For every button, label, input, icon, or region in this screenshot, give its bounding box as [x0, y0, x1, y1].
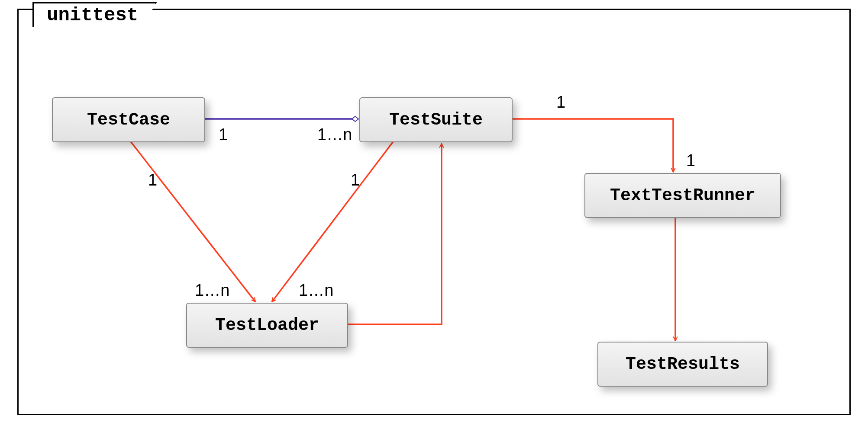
- node-testrunner: TextTestRunner: [584, 173, 781, 218]
- mult-testsuite-testrunner-to: 1: [686, 151, 695, 170]
- node-testresults: TestResults: [597, 342, 768, 387]
- node-testsuite: TestSuite: [359, 97, 513, 142]
- edge-testsuite-testloader: [272, 141, 394, 302]
- mult-testcase-testloader-from: 1: [148, 171, 157, 189]
- package-tab: unittest: [32, 2, 157, 27]
- node-testcase: TestCase: [52, 97, 205, 142]
- mult-testcase-testsuite-to: 1…n: [317, 125, 352, 144]
- node-testloader: TestLoader: [186, 303, 348, 348]
- edge-testcase-testloader: [130, 141, 255, 302]
- edge-testloader-testsuite: [346, 144, 442, 324]
- edge-testsuite-testrunner: [511, 119, 673, 172]
- mult-testsuite-testloader-from: 1: [351, 171, 360, 189]
- mult-testcase-testloader-to: 1…n: [195, 281, 229, 300]
- mult-testcase-testsuite-from: 1: [219, 125, 228, 144]
- diagram-canvas: unittest TestCase TestSuite TestLoader T…: [0, 0, 868, 429]
- mult-testsuite-testloader-to: 1…n: [299, 281, 333, 300]
- mult-testsuite-testrunner-from: 1: [556, 93, 565, 112]
